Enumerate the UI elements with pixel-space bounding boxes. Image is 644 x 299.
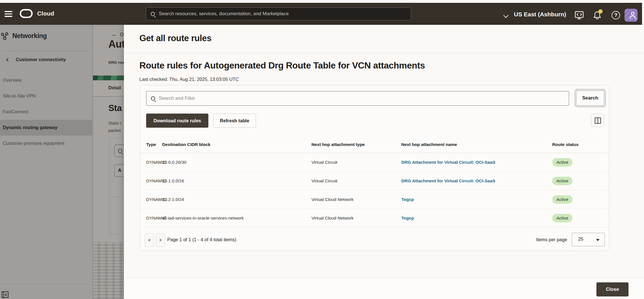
chevron-right-icon — [160, 238, 162, 242]
notification-dot — [598, 9, 603, 14]
background-search-button[interactable] — [114, 145, 124, 157]
status-badge: Active — [552, 195, 572, 204]
get-all-route-rules-panel: Get all route rules Route rules for Auto… — [124, 25, 644, 299]
sidebar-group-customer-connectivity[interactable]: Customer connectivity — [0, 56, 92, 65]
cell-cidr: 10.0.0.20/30 — [162, 160, 186, 165]
static-routes-text-line1: Static r — [108, 121, 122, 125]
background-texture — [93, 242, 124, 299]
table-row: DYNAMIC 10.2.1.0/24 Virtual Cloud Networ… — [140, 190, 609, 209]
download-route-rules-button[interactable]: Download route rules — [146, 114, 208, 128]
cell-status: Active — [552, 177, 572, 185]
cell-cidr: all-iad-services-in-oracle-services-netw… — [162, 216, 244, 221]
next-hop-attachment-link[interactable]: DRG Attachment for Virtual Circuit: OCI-… — [401, 160, 495, 165]
search-icon — [151, 12, 155, 16]
column-header-destination-cidr: Destination CIDR block — [162, 142, 210, 147]
table-row: DYNAMIC 10.1.0.0/16 Virtual Circuit DRG … — [140, 172, 609, 190]
sidebar-item-overview[interactable]: Overview — [0, 72, 93, 88]
items-per-page-select[interactable]: 25 — [572, 233, 605, 246]
manage-columns-icon[interactable] — [591, 114, 604, 127]
column-header-next-hop-type: Next hop attachment type — [311, 142, 365, 147]
sidebar-item-site-to-site-vpn[interactable]: Site-to-Site VPN — [0, 88, 93, 104]
background-page-strip: ← O Aut DRG rou Detail Sta Static r pack… — [93, 25, 124, 299]
previous-page-button[interactable] — [145, 233, 154, 247]
global-search-input[interactable] — [155, 11, 411, 17]
background-page-title-clipped: Aut — [108, 38, 124, 50]
sidebar-group-label: Customer connectivity — [16, 57, 66, 62]
chevron-down-icon[interactable] — [503, 13, 508, 18]
browser-top-strip — [0, 0, 644, 3]
items-per-page-value: 25 — [578, 236, 583, 242]
last-checked-timestamp: Last checked: Thu, Aug 21, 2025, 13:03:0… — [139, 77, 239, 82]
table-row: DYNAMIC all-iad-services-in-oracle-servi… — [140, 209, 609, 227]
next-hop-attachment-link[interactable]: Togcp — [401, 216, 414, 221]
sidebar-divider — [2, 51, 90, 51]
back-link-clipped[interactable]: O — [120, 32, 124, 37]
close-button[interactable]: Close — [596, 282, 629, 296]
oci-console-screen: Cloud US East (Ashburn) ? — [0, 0, 644, 299]
back-arrow-icon[interactable]: ← — [112, 31, 117, 38]
table-header-row: Type Destination CIDR block Next hop att… — [140, 136, 609, 153]
global-search-bar[interactable] — [146, 7, 411, 20]
static-routes-heading-clipped: Sta — [108, 103, 122, 113]
menu-icon[interactable] — [5, 10, 14, 18]
caret-down-icon — [596, 239, 600, 243]
search-icon — [151, 96, 155, 101]
pagination-summary: Page 1 of 1 (1 - 4 of 4 total items) — [167, 229, 236, 251]
cell-cidr: 10.2.1.0/24 — [162, 197, 184, 202]
route-rules-card: Search Download route rules Refresh tabl… — [140, 85, 609, 251]
status-badge: Active — [552, 177, 572, 185]
chevron-left-icon — [148, 238, 150, 242]
route-rules-heading: Route rules for Autogenerated Drg Route … — [139, 60, 425, 71]
global-top-bar: Cloud US East (Ashburn) ? — [0, 3, 642, 25]
sidebar-item-customer-premises-equipment[interactable]: Customer-premises equipment — [0, 136, 93, 151]
collapse-sidebar-icon[interactable] — [2, 291, 8, 298]
brand-label: Cloud — [37, 10, 54, 17]
sidebar-item-fastconnect[interactable]: FastConnect — [0, 104, 93, 120]
background-add-button-clipped[interactable]: A — [114, 164, 124, 177]
networking-icon — [1, 32, 9, 41]
pagination-bar: Page 1 of 1 (1 - 4 of 4 total items) Ite… — [140, 229, 609, 251]
cell-status: Active — [552, 158, 572, 167]
cell-hop-type: Virtual Circuit — [311, 160, 337, 165]
tab-details-clipped[interactable]: Detail — [108, 85, 121, 90]
background-tab-bar: Detail — [93, 80, 124, 97]
static-routes-text-line2: packet — [108, 128, 121, 133]
chevron-left-icon — [6, 58, 10, 62]
filter-bar[interactable] — [146, 91, 569, 106]
cell-status: Active — [552, 195, 572, 204]
filter-input[interactable] — [155, 96, 569, 101]
search-button[interactable]: Search — [576, 90, 604, 106]
refresh-table-button[interactable]: Refresh table — [213, 114, 256, 128]
items-per-page-label: Items per page — [536, 237, 567, 242]
next-hop-attachment-link[interactable]: Togcp — [401, 197, 414, 202]
status-badge: Active — [552, 158, 572, 167]
drg-status-banner — [93, 76, 124, 80]
panel-title: Get all route rules — [139, 33, 211, 43]
help-icon[interactable]: ? — [612, 11, 620, 19]
oracle-logo-icon[interactable] — [20, 9, 33, 18]
next-page-button[interactable] — [156, 233, 165, 247]
cell-hop-type: Virtual Cloud Network — [311, 197, 354, 202]
status-badge: Active — [552, 214, 572, 222]
background-page-subtitle-clipped: DRG rou — [108, 60, 124, 65]
table-row: DYNAMIC 10.0.0.20/30 Virtual Circuit DRG… — [140, 153, 609, 172]
cell-cidr: 10.1.0.0/16 — [162, 178, 184, 183]
networking-sidebar: Networking Customer connectivity Overvie… — [0, 25, 93, 299]
column-header-type: Type — [146, 142, 156, 147]
cell-status: Active — [552, 214, 572, 222]
sidebar-title: Networking — [12, 32, 47, 40]
avatar[interactable] — [625, 9, 638, 22]
background-card-divider — [109, 197, 124, 197]
background-table-card: A — [109, 138, 124, 234]
notifications-bell-icon[interactable] — [592, 10, 602, 20]
sidebar-bottom-divider — [2, 284, 90, 284]
panel-footer: Close — [124, 278, 644, 299]
panel-title-divider — [124, 53, 644, 54]
column-header-route-status: Route status — [552, 142, 579, 147]
column-header-next-hop-name: Next hop attachment name — [401, 142, 457, 147]
sidebar-item-dynamic-routing-gateway[interactable]: Dynamic routing gateway — [0, 120, 93, 136]
next-hop-attachment-link[interactable]: DRG Attachment for Virtual Circuit: OCI-… — [401, 178, 495, 183]
developer-tools-icon[interactable] — [574, 10, 584, 20]
region-selector[interactable]: US East (Ashburn) — [514, 11, 566, 18]
cell-hop-type: Virtual Circuit — [311, 178, 337, 183]
